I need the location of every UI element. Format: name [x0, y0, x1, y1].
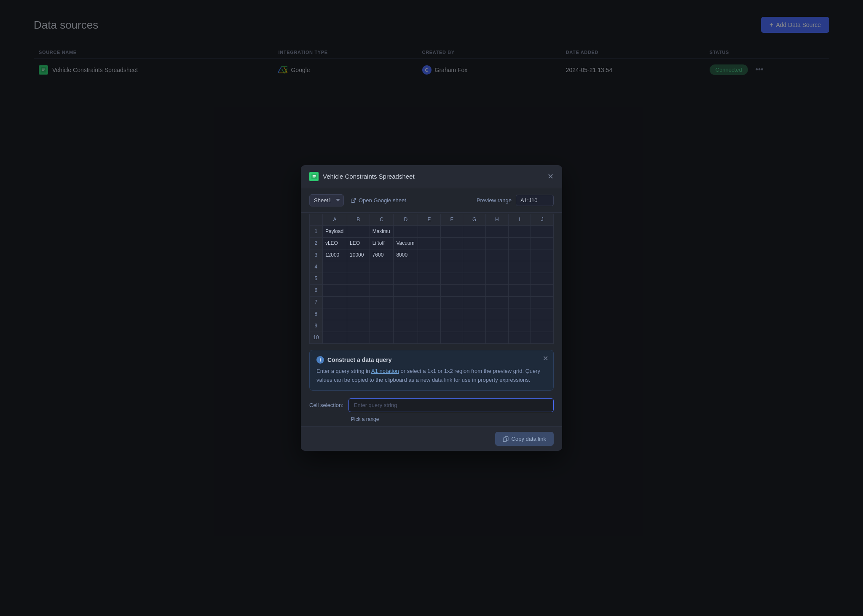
cell-D1[interactable]: [394, 225, 418, 237]
table-row[interactable]: 4: [310, 261, 554, 273]
cell-I8[interactable]: [508, 308, 531, 320]
cell-F5[interactable]: [440, 273, 463, 284]
cell-G7[interactable]: [463, 296, 486, 308]
cell-F6[interactable]: [440, 284, 463, 296]
cell-B6[interactable]: [347, 284, 370, 296]
cell-A6[interactable]: [322, 284, 347, 296]
cell-F10[interactable]: [440, 332, 463, 343]
cell-F7[interactable]: [440, 296, 463, 308]
cell-B3[interactable]: 10000: [347, 249, 370, 261]
cell-F9[interactable]: [440, 320, 463, 332]
cell-C8[interactable]: [370, 308, 394, 320]
cell-E2[interactable]: [418, 237, 441, 249]
cell-B8[interactable]: [347, 308, 370, 320]
cell-C3[interactable]: 7600: [370, 249, 394, 261]
table-row[interactable]: 7: [310, 296, 554, 308]
copy-data-link-button[interactable]: Copy data link: [495, 432, 554, 446]
cell-E8[interactable]: [418, 308, 441, 320]
cell-B9[interactable]: [347, 320, 370, 332]
cell-B10[interactable]: [347, 332, 370, 343]
cell-C1[interactable]: Maximu: [370, 225, 394, 237]
cell-F1[interactable]: [440, 225, 463, 237]
cell-H7[interactable]: [486, 296, 509, 308]
cell-J4[interactable]: [531, 261, 554, 273]
cell-B1[interactable]: [347, 225, 370, 237]
modal-close-button[interactable]: ✕: [547, 173, 554, 180]
cell-D2[interactable]: Vacuum: [394, 237, 418, 249]
cell-D4[interactable]: [394, 261, 418, 273]
cell-B5[interactable]: [347, 273, 370, 284]
cell-C10[interactable]: [370, 332, 394, 343]
cell-H1[interactable]: [486, 225, 509, 237]
cell-I6[interactable]: [508, 284, 531, 296]
cell-G9[interactable]: [463, 320, 486, 332]
cell-A1[interactable]: Payload: [322, 225, 347, 237]
table-row[interactable]: 3120001000076008000: [310, 249, 554, 261]
cell-J6[interactable]: [531, 284, 554, 296]
cell-J10[interactable]: [531, 332, 554, 343]
cell-D9[interactable]: [394, 320, 418, 332]
table-row[interactable]: 1PayloadMaximu: [310, 225, 554, 237]
cell-D8[interactable]: [394, 308, 418, 320]
cell-H10[interactable]: [486, 332, 509, 343]
cell-G8[interactable]: [463, 308, 486, 320]
table-row[interactable]: 6: [310, 284, 554, 296]
cell-D3[interactable]: 8000: [394, 249, 418, 261]
cell-H9[interactable]: [486, 320, 509, 332]
cell-B2[interactable]: LEO: [347, 237, 370, 249]
cell-E4[interactable]: [418, 261, 441, 273]
cell-D10[interactable]: [394, 332, 418, 343]
cell-D6[interactable]: [394, 284, 418, 296]
table-row[interactable]: 9: [310, 320, 554, 332]
cell-A10[interactable]: [322, 332, 347, 343]
cell-G4[interactable]: [463, 261, 486, 273]
cell-E10[interactable]: [418, 332, 441, 343]
cell-F2[interactable]: [440, 237, 463, 249]
cell-G1[interactable]: [463, 225, 486, 237]
preview-range-input[interactable]: [516, 195, 554, 206]
cell-A7[interactable]: [322, 296, 347, 308]
table-row[interactable]: 8: [310, 308, 554, 320]
cell-J1[interactable]: [531, 225, 554, 237]
cell-I9[interactable]: [508, 320, 531, 332]
table-row[interactable]: 2vLEOLEOLiftoffVacuum: [310, 237, 554, 249]
cell-selection-input[interactable]: [348, 398, 554, 412]
cell-H3[interactable]: [486, 249, 509, 261]
cell-J3[interactable]: [531, 249, 554, 261]
pick-range-link[interactable]: Pick a range: [301, 416, 562, 423]
cell-C2[interactable]: Liftoff: [370, 237, 394, 249]
cell-J2[interactable]: [531, 237, 554, 249]
cell-I7[interactable]: [508, 296, 531, 308]
cell-E3[interactable]: [418, 249, 441, 261]
cell-E6[interactable]: [418, 284, 441, 296]
cell-G10[interactable]: [463, 332, 486, 343]
cell-C6[interactable]: [370, 284, 394, 296]
info-banner-close-button[interactable]: ✕: [543, 354, 548, 362]
cell-H8[interactable]: [486, 308, 509, 320]
cell-I10[interactable]: [508, 332, 531, 343]
cell-E5[interactable]: [418, 273, 441, 284]
cell-E9[interactable]: [418, 320, 441, 332]
cell-H4[interactable]: [486, 261, 509, 273]
cell-A8[interactable]: [322, 308, 347, 320]
cell-C5[interactable]: [370, 273, 394, 284]
cell-B7[interactable]: [347, 296, 370, 308]
cell-H5[interactable]: [486, 273, 509, 284]
cell-J8[interactable]: [531, 308, 554, 320]
cell-I4[interactable]: [508, 261, 531, 273]
cell-J9[interactable]: [531, 320, 554, 332]
a1-notation-link[interactable]: A1 notation: [371, 368, 399, 374]
cell-A5[interactable]: [322, 273, 347, 284]
cell-D7[interactable]: [394, 296, 418, 308]
cell-C4[interactable]: [370, 261, 394, 273]
cell-E1[interactable]: [418, 225, 441, 237]
cell-A9[interactable]: [322, 320, 347, 332]
cell-C7[interactable]: [370, 296, 394, 308]
cell-I2[interactable]: [508, 237, 531, 249]
cell-A3[interactable]: 12000: [322, 249, 347, 261]
cell-J7[interactable]: [531, 296, 554, 308]
sheet-selector[interactable]: Sheet1: [309, 194, 344, 206]
cell-C9[interactable]: [370, 320, 394, 332]
cell-A4[interactable]: [322, 261, 347, 273]
cell-F3[interactable]: [440, 249, 463, 261]
